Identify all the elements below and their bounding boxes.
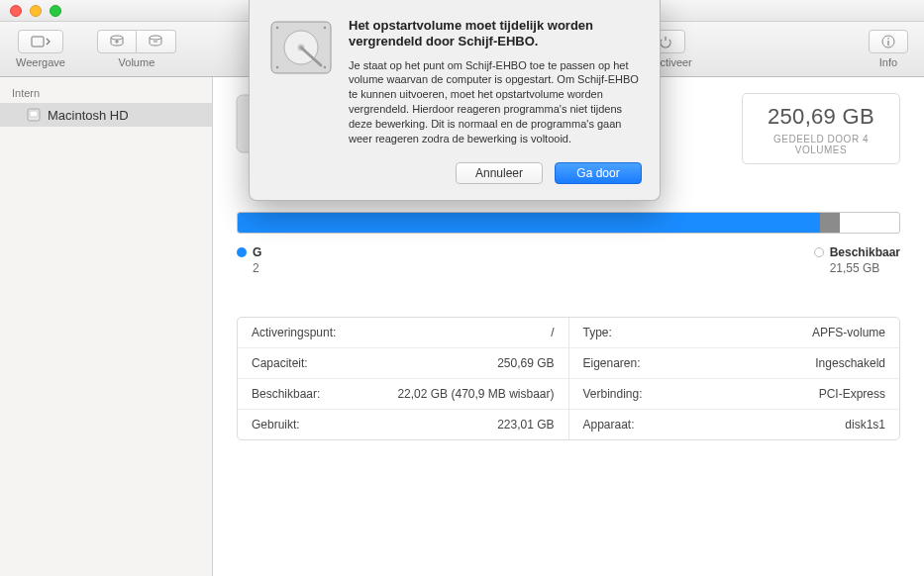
sidebar-item-label: Macintosh HD	[48, 108, 129, 123]
sidebar-section-internal: Intern	[0, 83, 212, 103]
legend-used-value: 2	[253, 261, 261, 275]
hdd-icon	[267, 18, 335, 146]
svg-point-16	[276, 66, 279, 69]
svg-point-5	[887, 38, 889, 40]
details-row: Beschikbaar:22,02 GB (470,9 MB wisbaar)	[238, 379, 568, 410]
volume-label: Volume	[119, 56, 155, 68]
details-row: Gebruikt:223,01 GB	[238, 410, 568, 439]
close-window-button[interactable]	[10, 5, 22, 17]
first-aid-confirmation-sheet: Het opstartvolume moet tijdelijk worden …	[249, 0, 661, 201]
modal-title: Het opstartvolume moet tijdelijk worden …	[349, 18, 642, 50]
details-value: disk1s1	[845, 418, 885, 432]
volume-icon	[26, 107, 42, 123]
capacity-box: 250,69 GB GEDEELD DOOR 4 VOLUMES	[742, 93, 900, 164]
details-key: Beschikbaar:	[252, 387, 320, 401]
details-value: Ingeschakeld	[815, 356, 885, 370]
details-row: Apparaat:disk1s1	[569, 410, 900, 439]
details-row: Eigenaren:Ingeschakeld	[569, 348, 900, 379]
svg-point-1	[111, 36, 123, 40]
swatch-blue	[237, 247, 247, 257]
svg-point-17	[324, 66, 327, 69]
minimize-window-button[interactable]	[30, 5, 42, 17]
info-button[interactable]	[869, 30, 908, 53]
view-label: Weergave	[16, 56, 65, 68]
details-key: Apparaat:	[583, 418, 635, 432]
details-key: Activeringspunt:	[252, 326, 336, 339]
usage-bar	[237, 212, 900, 234]
svg-rect-0	[32, 37, 44, 47]
continue-button[interactable]: Ga door	[555, 162, 642, 184]
sidebar-item-macintosh-hd[interactable]: Macintosh HD	[0, 103, 212, 127]
details-key: Eigenaren:	[583, 356, 641, 370]
legend-avail-value: 21,55 GB	[830, 261, 900, 275]
details-value: 22,02 GB (470,9 MB wisbaar)	[397, 387, 554, 401]
details-key: Verbinding:	[583, 387, 643, 401]
swatch-white	[814, 247, 824, 257]
capacity-value: 250,69 GB	[747, 104, 895, 130]
details-key: Gebruikt:	[252, 418, 300, 432]
details-row: Type:APFS-volume	[569, 318, 900, 348]
details-row: Activeringspunt:/	[238, 318, 568, 348]
view-button[interactable]	[18, 30, 63, 53]
legend-avail-label: Beschikbaar	[830, 245, 900, 259]
details-value: 223,01 GB	[497, 418, 554, 432]
svg-rect-7	[30, 111, 38, 117]
details-row: Capaciteit:250,69 GB	[238, 348, 568, 379]
volume-remove-button[interactable]	[137, 30, 176, 53]
cancel-button[interactable]: Annuleer	[456, 162, 543, 184]
details-value: 250,69 GB	[497, 356, 554, 370]
zoom-window-button[interactable]	[50, 5, 61, 17]
capacity-subtitle: GEDEELD DOOR 4 VOLUMES	[747, 134, 895, 155]
svg-point-14	[276, 27, 279, 30]
legend-used: G 2	[237, 245, 261, 275]
details-value: /	[551, 326, 554, 339]
details-table: Activeringspunt:/Capaciteit:250,69 GBBes…	[237, 317, 900, 440]
details-value: APFS-volume	[812, 326, 885, 339]
svg-point-2	[150, 36, 161, 40]
details-key: Type:	[583, 326, 612, 339]
volume-add-button[interactable]	[97, 30, 137, 53]
details-value: PCI-Express	[819, 387, 885, 401]
legend-used-label: G	[253, 245, 261, 259]
details-row: Verbinding:PCI-Express	[569, 379, 900, 410]
legend-available: Beschikbaar 21,55 GB	[814, 245, 900, 275]
sidebar: Intern Macintosh HD	[0, 77, 213, 576]
info-label: Info	[879, 56, 897, 68]
svg-point-15	[324, 27, 327, 30]
usage-bar-used	[238, 213, 820, 233]
usage-bar-other	[820, 213, 840, 233]
details-key: Capaciteit:	[252, 356, 308, 370]
modal-body: Je staat op het punt om Schijf-EHBO toe …	[349, 58, 642, 146]
